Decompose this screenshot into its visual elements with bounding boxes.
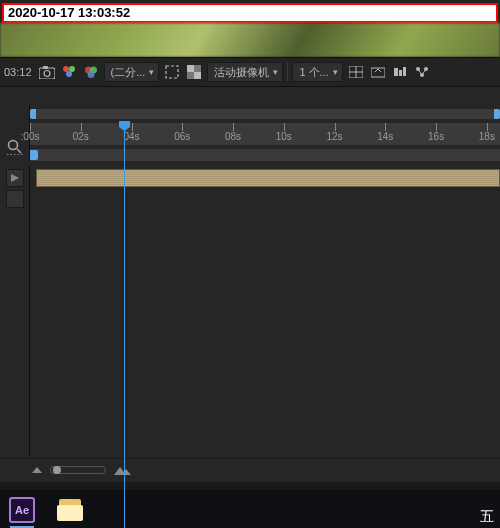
svg-rect-9	[166, 66, 178, 78]
transparency-grid-icon[interactable]	[185, 63, 203, 81]
ruler-tick-label: 04s	[123, 131, 139, 142]
views-label: 1 个...	[299, 65, 328, 80]
viewer-toolbar: 03:12 (二分... ▾ 活动摄像机 ▾ 1 个... ▾	[0, 57, 500, 87]
svg-point-3	[63, 66, 69, 72]
taskbar-app-aftereffects[interactable]: Ae	[0, 492, 44, 528]
folder-icon	[57, 499, 83, 521]
ime-indicator[interactable]: 五	[478, 508, 496, 526]
roi-icon[interactable]	[163, 63, 181, 81]
ruler-tick	[182, 123, 183, 131]
layer-bar[interactable]	[36, 169, 500, 187]
ruler-tick-label: 02s	[73, 131, 89, 142]
ae-logo: Ae	[9, 497, 35, 523]
tracks-area[interactable]	[30, 166, 500, 458]
ruler-tick-label: 14s	[377, 131, 393, 142]
time-ruler[interactable]: :00s02s04s06s08s10s12s14s16s18s	[30, 123, 500, 145]
rgb-icon[interactable]	[82, 63, 100, 81]
svg-line-26	[17, 149, 21, 153]
ruler-tick	[487, 123, 488, 131]
svg-rect-0	[39, 68, 55, 79]
camera-label: 活动摄像机	[214, 65, 269, 80]
ruler-tick	[385, 123, 386, 131]
views-dropdown[interactable]: 1 个... ▾	[292, 62, 342, 82]
svg-rect-19	[403, 67, 406, 76]
ruler-tick-label: 08s	[225, 131, 241, 142]
playhead[interactable]	[124, 123, 125, 528]
timeline-icon[interactable]	[391, 63, 409, 81]
ruler-tick	[132, 123, 133, 131]
svg-point-8	[87, 71, 94, 78]
svg-line-24	[422, 69, 426, 75]
ae-logo-text: Ae	[15, 504, 29, 516]
chevron-down-icon: ▾	[273, 67, 278, 77]
zoom-slider[interactable]	[50, 466, 106, 474]
timeline-tracks	[0, 166, 500, 458]
timestamp-overlay: 2020-10-17 13:03:52	[2, 3, 498, 23]
chevron-down-icon: ▾	[149, 67, 154, 77]
svg-rect-1	[43, 66, 48, 69]
taskbar-app-explorer[interactable]	[48, 492, 92, 528]
work-area-bar[interactable]	[30, 109, 500, 119]
ruler-tick	[436, 123, 437, 131]
chevron-down-icon: ▾	[333, 67, 338, 77]
ruler-tick-label: :00s	[21, 131, 40, 142]
timeline-panel: :00s02s04s06s08s10s12s14s16s18s	[0, 105, 500, 480]
view-layout-icon[interactable]	[347, 63, 365, 81]
svg-marker-28	[11, 174, 19, 182]
track-toggle[interactable]	[6, 190, 24, 208]
svg-rect-18	[399, 70, 402, 76]
zoom-in-icon[interactable]	[114, 465, 132, 475]
viewer-preview	[0, 23, 500, 57]
timeline-ruler: :00s02s04s06s08s10s12s14s16s18s	[0, 105, 500, 161]
zoom-out-icon[interactable]	[32, 467, 42, 473]
svg-point-4	[69, 66, 75, 72]
separator	[287, 63, 288, 81]
svg-point-25	[8, 141, 17, 150]
ruler-tick	[233, 123, 234, 131]
resolution-label: (二分...	[111, 65, 146, 80]
timecode-display[interactable]: 03:12	[2, 66, 34, 78]
channel-icon[interactable]	[60, 63, 78, 81]
ime-text: 五	[480, 508, 494, 526]
timestamp-text: 2020-10-17 13:03:52	[8, 5, 130, 20]
camera-dropdown[interactable]: 活动摄像机 ▾	[207, 62, 283, 82]
range-in-handle[interactable]	[30, 150, 38, 160]
ruler-tick-label: 12s	[326, 131, 342, 142]
fast-previews-icon[interactable]	[369, 63, 387, 81]
windows-taskbar: Ae 五	[0, 482, 500, 528]
timeline-zoom-bar	[0, 458, 500, 480]
svg-line-23	[418, 69, 422, 75]
ruler-tick	[81, 123, 82, 131]
tracks-header-column	[0, 166, 30, 458]
comp-range-bar[interactable]	[30, 149, 500, 161]
svg-point-2	[44, 70, 50, 76]
resolution-dropdown[interactable]: (二分... ▾	[104, 62, 160, 82]
flowchart-icon[interactable]	[413, 63, 431, 81]
ruler-tick	[335, 123, 336, 131]
ruler-tick	[284, 123, 285, 131]
ruler-tick-label: 10s	[276, 131, 292, 142]
ruler-tick-label: 16s	[428, 131, 444, 142]
taskbar-divider	[0, 482, 500, 490]
svg-rect-12	[194, 72, 201, 79]
ruler-tick-label: 18s	[479, 131, 495, 142]
track-toggle[interactable]	[6, 169, 24, 187]
ruler-tick-label: 06s	[174, 131, 190, 142]
svg-rect-11	[187, 65, 194, 72]
snapshot-icon[interactable]	[38, 63, 56, 81]
ruler-tick	[30, 123, 31, 131]
svg-rect-17	[394, 68, 398, 76]
svg-point-5	[66, 71, 72, 77]
